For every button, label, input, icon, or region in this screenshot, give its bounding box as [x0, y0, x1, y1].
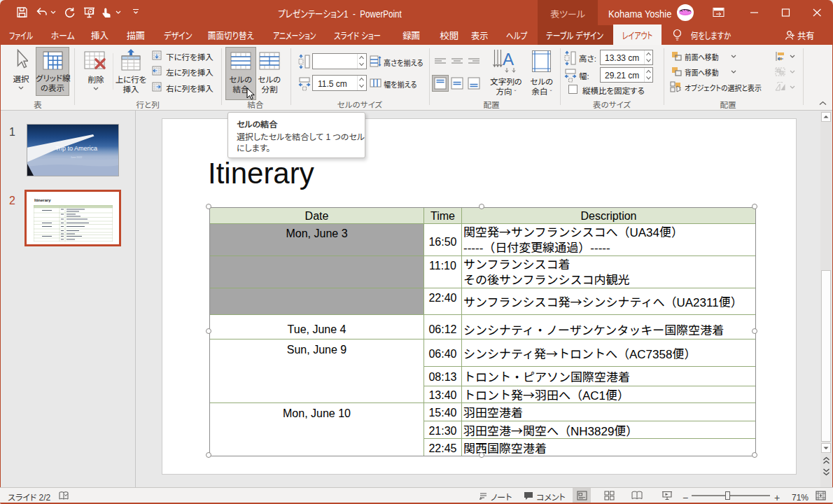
svg-text:June 2022: June 2022: [71, 156, 82, 159]
svg-text:A: A: [503, 50, 514, 69]
svg-text:Trip to America: Trip to America: [55, 145, 97, 152]
